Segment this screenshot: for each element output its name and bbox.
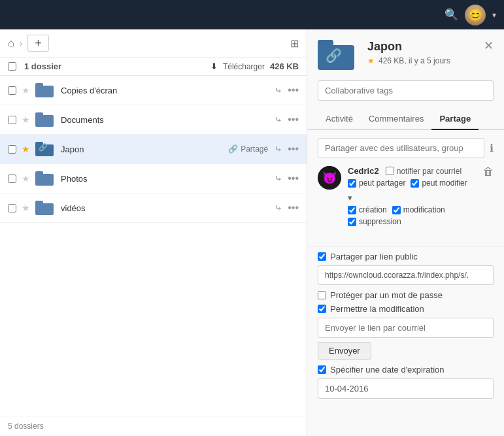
share-input[interactable] xyxy=(318,138,484,158)
send-button[interactable]: Envoyer xyxy=(318,342,371,360)
perm-suppression[interactable]: suppression xyxy=(348,217,401,226)
folder-icon xyxy=(35,169,54,188)
public-link-checkbox[interactable] xyxy=(318,252,326,261)
star-icon[interactable]: ★ xyxy=(22,85,32,95)
more-icon[interactable]: ••• xyxy=(288,173,299,184)
search-icon[interactable]: 🔍 xyxy=(445,8,458,22)
email-link-input[interactable] xyxy=(318,318,494,338)
user-avatar: 😈 xyxy=(318,166,341,190)
breadcrumb: ⌂ › + ⊞ xyxy=(0,29,307,58)
folder-icon xyxy=(35,198,54,218)
item-checkbox[interactable] xyxy=(8,204,16,212)
item-checkbox[interactable] xyxy=(8,86,16,95)
new-folder-button[interactable]: + xyxy=(27,35,49,52)
star-icon[interactable]: ★ xyxy=(22,173,32,184)
list-item[interactable]: ★ Documents ⤷ ••• xyxy=(0,105,307,135)
tab-commentaires[interactable]: Commentaires xyxy=(361,109,432,130)
perm-suppression-checkbox[interactable] xyxy=(348,218,356,226)
item-actions: ⤷ ••• xyxy=(275,84,299,96)
panel-folder-icon: 🔗 xyxy=(318,40,357,73)
public-link-url-input[interactable] xyxy=(318,265,494,285)
user-details: Cedric2 notifier par courriel peut parta… xyxy=(348,166,477,226)
perm-modification-checkbox[interactable] xyxy=(392,206,401,214)
perm-modification[interactable]: modification xyxy=(392,205,445,214)
more-icon[interactable]: ••• xyxy=(288,143,299,155)
item-checkbox[interactable] xyxy=(8,116,16,124)
close-button[interactable]: ✕ xyxy=(484,40,494,52)
item-checkbox[interactable] xyxy=(8,175,16,183)
notify-label: notifier par courriel xyxy=(397,167,462,176)
share-icon[interactable]: ⤷ xyxy=(275,203,282,213)
item-checkbox[interactable] xyxy=(8,145,16,154)
allow-modif-label: Permettre la modification xyxy=(330,304,424,314)
perm-partager-checkbox[interactable] xyxy=(348,179,356,188)
item-actions: ⤷ ••• xyxy=(275,202,299,214)
file-name: Photos xyxy=(61,174,275,184)
list-item[interactable]: ★ Copies d'écran ⤷ ••• xyxy=(0,76,307,105)
share-icon[interactable]: ⤷ xyxy=(275,173,282,184)
item-actions: ⤷ ••• xyxy=(275,114,299,126)
share-icon[interactable]: ⤷ xyxy=(275,114,282,125)
panel-meta: ★ 426 KB, il y a 5 jours xyxy=(367,56,473,65)
download-icon[interactable]: ⬇ xyxy=(210,61,218,71)
grid-view-icon[interactable]: ⊞ xyxy=(290,37,299,50)
star-icon[interactable]: ★ xyxy=(22,144,32,154)
sharing-section: ℹ 😈 Cedric2 notifier par courriel xyxy=(307,130,504,241)
delete-share-button[interactable]: 🗑 xyxy=(483,166,494,178)
file-footer: 5 dossiers xyxy=(0,416,307,436)
link-badge-icon: 🔗 xyxy=(39,143,48,152)
protect-password-checkbox[interactable] xyxy=(318,291,326,299)
chevron-down-icon[interactable]: ▾ xyxy=(492,10,496,20)
perm-modifier-label: peut modifier xyxy=(422,178,467,188)
file-name: Japon xyxy=(61,144,228,154)
avatar[interactable]: 😊 xyxy=(465,5,486,25)
panel-info: Japon ★ 426 KB, il y a 5 jours xyxy=(367,40,473,65)
folder-link-icon: 🔗 xyxy=(35,139,54,159)
perm-peut-modifier[interactable]: peut modifier xyxy=(411,178,467,188)
tab-activite[interactable]: Activité xyxy=(318,109,361,130)
home-icon[interactable]: ⌂ xyxy=(8,37,14,49)
collab-tags-section xyxy=(307,78,504,109)
topbar: 🔍 😊 ▾ xyxy=(0,0,504,29)
panel-title: Japon xyxy=(367,40,473,54)
perm-creation[interactable]: création xyxy=(348,205,387,214)
collab-tags-input[interactable] xyxy=(318,80,494,101)
breadcrumb-separator: › xyxy=(20,38,23,48)
select-all-checkbox[interactable] xyxy=(8,62,16,71)
panel-star-icon: ★ xyxy=(367,56,375,65)
info-icon[interactable]: ℹ xyxy=(490,142,494,154)
expire-checkbox[interactable] xyxy=(318,365,326,374)
share-icon[interactable]: ⤷ xyxy=(275,144,282,154)
allow-modif-row: Permettre la modification xyxy=(318,304,494,314)
user-top-row: Cedric2 notifier par courriel xyxy=(348,166,477,176)
list-item[interactable]: ★ vidéos ⤷ ••• xyxy=(0,193,307,223)
notify-checkbox[interactable] xyxy=(386,167,394,175)
perm-creation-label: création xyxy=(359,205,387,214)
tab-partage[interactable]: Partage xyxy=(431,109,479,130)
file-list: ★ Copies d'écran ⤷ ••• ★ Documents xyxy=(0,76,307,416)
item-actions: ⤷ ••• xyxy=(275,173,299,184)
perm-partager-label: peut partager xyxy=(359,178,405,188)
public-link-section: Partager par lien public Protéger par un… xyxy=(307,252,504,404)
more-icon[interactable]: ••• xyxy=(288,202,299,214)
tabs: Activité Commentaires Partage xyxy=(307,109,504,130)
list-item[interactable]: ★ 🔗 Japon 🔗 Partagé ⤷ ••• xyxy=(0,135,307,164)
perm-creation-checkbox[interactable] xyxy=(348,206,356,214)
expire-date-input[interactable] xyxy=(318,378,494,399)
filelist-header: 1 dossier ⬇ Télécharger 426 KB xyxy=(0,58,307,76)
list-item[interactable]: ★ Photos ⤷ ••• xyxy=(0,164,307,193)
shared-badge: 🔗 Partagé xyxy=(228,144,268,154)
star-icon[interactable]: ★ xyxy=(22,203,32,213)
star-icon[interactable]: ★ xyxy=(22,114,32,125)
user-notify[interactable]: notifier par courriel xyxy=(386,167,462,176)
allow-modif-checkbox[interactable] xyxy=(318,305,326,313)
share-icon[interactable]: ⤷ xyxy=(275,85,282,95)
download-label: Télécharger xyxy=(223,62,265,71)
public-link-row: Partager par lien public xyxy=(318,252,494,261)
more-icon[interactable]: ••• xyxy=(288,84,299,96)
perm-dropdown-icon[interactable]: ▾ xyxy=(348,193,352,203)
public-link-label: Partager par lien public xyxy=(330,252,418,261)
perm-peut-partager[interactable]: peut partager xyxy=(348,178,405,188)
perm-modifier-checkbox[interactable] xyxy=(411,179,419,188)
more-icon[interactable]: ••• xyxy=(288,114,299,126)
